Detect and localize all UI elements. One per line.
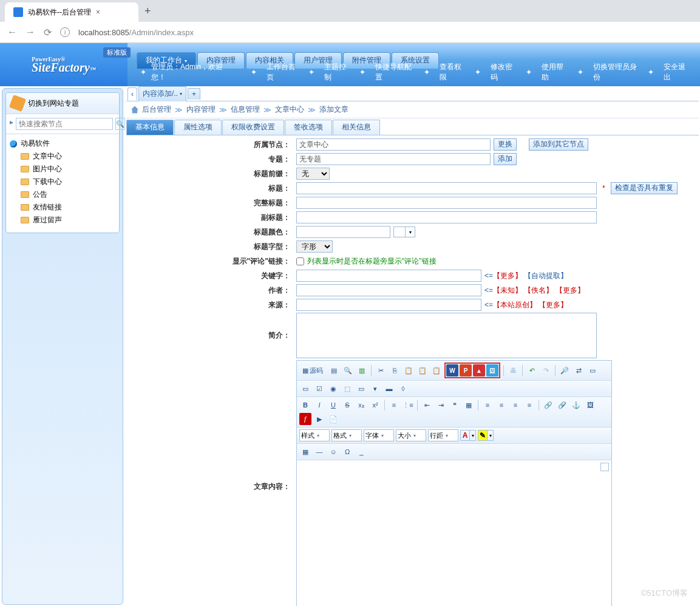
ul-icon[interactable]: ⋮≡ <box>402 399 414 411</box>
tab-related[interactable]: 相关信息 <box>333 120 380 135</box>
check-dup-button[interactable]: 检查是否具有重复 <box>611 182 678 194</box>
button-icon[interactable]: ▬ <box>383 383 395 395</box>
color-swatch[interactable] <box>393 226 406 237</box>
bc-item[interactable]: 信息管理 <box>231 104 260 115</box>
table-icon[interactable]: ▦ <box>299 446 311 458</box>
change-node-button[interactable]: 更换 <box>494 138 517 151</box>
size-select[interactable]: 大小 <box>396 429 426 441</box>
link-switch[interactable]: 切换管理员身份 <box>588 62 643 83</box>
link-home[interactable]: 工作台首页 <box>262 62 304 83</box>
unlink-icon[interactable]: 🔗̸ <box>556 399 568 411</box>
paste-word-icon[interactable]: 📋 <box>430 364 443 376</box>
pdf-upload-icon[interactable]: ▲ <box>473 364 485 376</box>
newpage-icon[interactable]: ▤ <box>328 364 340 376</box>
intro-textarea[interactable] <box>296 313 597 358</box>
anchor-icon[interactable]: ⚓ <box>570 399 582 411</box>
lineheight-select[interactable]: 行距 <box>428 429 458 441</box>
tree-node[interactable]: 公告 <box>21 188 115 201</box>
form-icon[interactable]: ▭ <box>299 383 311 395</box>
superscript-icon[interactable]: x² <box>369 399 381 411</box>
replace-icon[interactable]: ⇄ <box>573 364 585 376</box>
source-button[interactable]: ▦ 源码 <box>299 364 326 376</box>
blockquote-icon[interactable]: ❝ <box>449 399 461 411</box>
link-help[interactable]: 使用帮助 <box>537 62 572 83</box>
flash-icon[interactable]: ƒ <box>299 413 311 425</box>
font-select[interactable]: 字体 <box>364 429 394 441</box>
ppt-upload-icon[interactable]: P <box>460 364 472 376</box>
back-icon[interactable]: ← <box>7 27 17 38</box>
tree-root[interactable]: 动易软件 <box>10 137 115 150</box>
find-icon[interactable]: 🔎 <box>559 364 571 376</box>
format-select[interactable]: 格式 <box>331 429 362 441</box>
bold-icon[interactable]: B <box>299 399 311 411</box>
search-input[interactable] <box>16 118 113 130</box>
src-local-link[interactable]: 【本站原创】 <box>493 301 537 309</box>
url-display[interactable]: localhost:8085/Admin/index.aspx <box>78 28 194 37</box>
link-logout[interactable]: 安全退出 <box>659 62 694 83</box>
maximize-icon[interactable] <box>600 463 609 471</box>
style-select[interactable]: 样式 <box>299 429 330 441</box>
text-color-picker[interactable]: A▾ <box>460 430 476 441</box>
add-topic-button[interactable]: 添加 <box>494 153 517 165</box>
selectall-icon[interactable]: ▭ <box>586 364 599 376</box>
file-icon[interactable]: 📄 <box>327 413 339 425</box>
hr-icon[interactable]: — <box>313 446 325 458</box>
bc-item[interactable]: 文章中心 <box>275 104 304 115</box>
indent-icon[interactable]: ⇥ <box>435 399 447 411</box>
image-upload-icon[interactable]: 🖼 <box>486 364 498 376</box>
kw-more-link[interactable]: 【更多】 <box>493 271 522 280</box>
tree-node[interactable]: 友情链接 <box>21 201 115 214</box>
underline-icon[interactable]: U <box>327 399 339 411</box>
word-upload-icon[interactable]: W <box>446 364 458 376</box>
undo-icon[interactable]: ↶ <box>526 364 538 376</box>
tree-node[interactable]: 下载中心 <box>21 175 115 188</box>
search-icon[interactable]: 🔍 <box>115 118 125 130</box>
image-icon[interactable]: 🖼 <box>584 399 596 411</box>
link-perms[interactable]: 查看权限 <box>435 62 470 83</box>
link-password[interactable]: 修改密码 <box>486 62 521 83</box>
browser-tab[interactable]: 动易软件--后台管理 × <box>5 2 138 22</box>
align-center-icon[interactable]: ≡ <box>495 399 508 411</box>
site-info-icon[interactable]: i <box>60 27 70 37</box>
add-tab-button[interactable]: + <box>188 88 200 100</box>
print-icon[interactable]: 🖶 <box>507 364 519 376</box>
ol-icon[interactable]: ≡ <box>388 399 400 411</box>
tab-perm[interactable]: 权限收费设置 <box>222 120 284 135</box>
tab-attrs[interactable]: 属性选项 <box>174 120 222 135</box>
title-input[interactable] <box>296 182 597 194</box>
redo-icon[interactable]: ↷ <box>540 364 552 376</box>
author-input[interactable] <box>296 284 481 296</box>
pagebreak-icon[interactable]: ⎯ <box>355 446 367 458</box>
kw-auto-link[interactable]: 【自动提取】 <box>524 271 568 280</box>
strike-icon[interactable]: S <box>341 399 353 411</box>
color-dropdown-icon[interactable]: ▾ <box>406 226 415 237</box>
link-theme[interactable]: 主题控制 <box>319 62 355 83</box>
source-input[interactable] <box>296 299 481 311</box>
tab-nav-left[interactable]: ‹ <box>127 87 137 100</box>
tree-node[interactable]: 雁过留声 <box>21 214 115 226</box>
hidden-field-icon[interactable]: ◊ <box>397 383 409 395</box>
paste-icon[interactable]: 📋 <box>403 364 415 376</box>
select-icon[interactable]: ▾ <box>369 383 381 395</box>
sidebar-toggle[interactable]: 切换到网站专题 <box>6 93 119 114</box>
italic-icon[interactable]: I <box>313 399 325 411</box>
outdent-icon[interactable]: ⇤ <box>421 399 433 411</box>
textarea-icon[interactable]: ▭ <box>355 383 367 395</box>
align-left-icon[interactable]: ≡ <box>481 399 494 411</box>
color-input[interactable] <box>296 226 390 238</box>
home-icon[interactable] <box>131 106 138 114</box>
add-node-button[interactable]: 添加到其它节点 <box>529 138 588 151</box>
fulltitle-input[interactable] <box>296 197 597 209</box>
copy-icon[interactable]: ⎘ <box>389 364 401 376</box>
new-tab-button[interactable]: + <box>138 5 157 18</box>
au-more-link[interactable]: 【更多】 <box>556 286 585 294</box>
tree-node[interactable]: 文章中心 <box>21 150 115 163</box>
au-unknown-link[interactable]: 【未知】 <box>493 286 522 294</box>
src-more-link[interactable]: 【更多】 <box>539 301 568 309</box>
forward-icon[interactable]: → <box>25 27 35 38</box>
au-anon-link[interactable]: 【佚名】 <box>524 286 553 294</box>
tab-basic[interactable]: 基本信息 <box>126 120 174 135</box>
link-quicknav[interactable]: 快捷导航配置 <box>370 62 419 83</box>
div-icon[interactable]: ▦ <box>463 399 475 411</box>
textfield-icon[interactable]: ⬚ <box>341 383 353 395</box>
